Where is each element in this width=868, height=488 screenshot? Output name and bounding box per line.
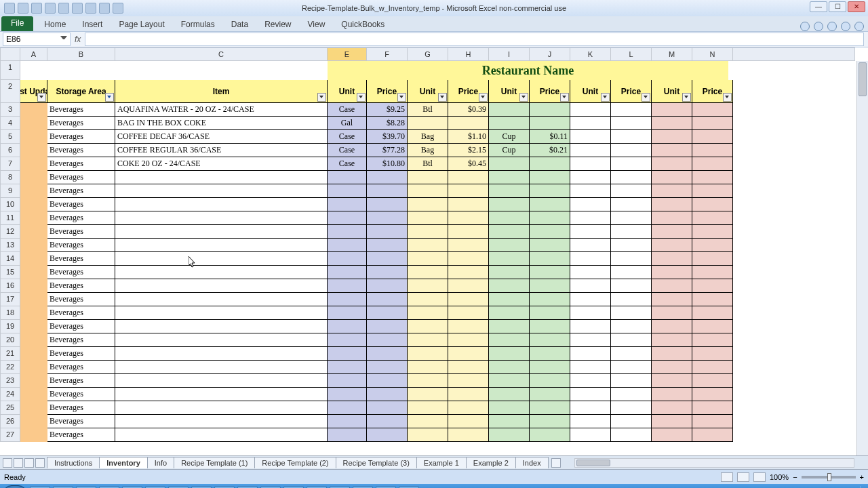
- cell[interactable]: [489, 211, 530, 225]
- filter-icon[interactable]: [601, 93, 610, 102]
- cell[interactable]: [692, 333, 733, 347]
- cell-blank[interactable]: [733, 333, 855, 347]
- cell[interactable]: [692, 184, 733, 198]
- column-header-H[interactable]: H: [448, 47, 489, 61]
- cell-last-update[interactable]: [20, 428, 47, 442]
- cell[interactable]: [448, 374, 489, 388]
- cell-last-update[interactable]: [20, 144, 47, 157]
- cell[interactable]: [328, 388, 367, 401]
- sheet-tab-recipe-template--3-[interactable]: Recipe Template (3): [336, 457, 417, 468]
- cell[interactable]: [408, 171, 448, 184]
- cell[interactable]: [328, 279, 367, 293]
- cell-blank[interactable]: [733, 184, 855, 198]
- filter-icon[interactable]: [105, 93, 114, 102]
- cell[interactable]: $77.28: [367, 144, 408, 157]
- cell[interactable]: [328, 401, 367, 415]
- cell[interactable]: [530, 225, 570, 239]
- cell[interactable]: [115, 306, 328, 320]
- cell-blank[interactable]: [733, 157, 855, 171]
- cell[interactable]: [489, 184, 530, 198]
- cell[interactable]: Beverages: [47, 266, 115, 279]
- cell[interactable]: $0.45: [448, 157, 489, 171]
- cell-blank[interactable]: [728, 61, 850, 80]
- cell[interactable]: [530, 117, 570, 130]
- row-header-20[interactable]: 20: [0, 333, 20, 347]
- cell[interactable]: [489, 279, 530, 293]
- cell[interactable]: [489, 157, 530, 171]
- filter-icon[interactable]: [357, 93, 366, 102]
- cell-blank[interactable]: [733, 266, 855, 279]
- row-header-2[interactable]: 2: [0, 80, 20, 103]
- header-unit[interactable]: Unit: [652, 80, 692, 103]
- cell[interactable]: [530, 306, 570, 320]
- sheet-tab-recipe-template--1-[interactable]: Recipe Template (1): [174, 457, 255, 468]
- cell[interactable]: [408, 279, 448, 293]
- column-header-B[interactable]: B: [47, 47, 115, 61]
- chevron-down-icon[interactable]: [60, 36, 67, 43]
- cell[interactable]: [611, 401, 652, 415]
- cell[interactable]: [115, 225, 328, 239]
- ribbon-tab-quickbooks[interactable]: QuickBooks: [333, 18, 393, 31]
- cell[interactable]: [611, 415, 652, 428]
- cell[interactable]: [489, 401, 530, 415]
- cell[interactable]: [448, 198, 489, 211]
- cell[interactable]: [530, 388, 570, 401]
- cell-last-update[interactable]: [20, 279, 47, 293]
- cell[interactable]: $9.25: [367, 103, 408, 117]
- zoom-slider[interactable]: [802, 476, 856, 479]
- cell[interactable]: [652, 252, 692, 266]
- cell[interactable]: [530, 279, 570, 293]
- header-unit[interactable]: Unit: [328, 80, 367, 103]
- cell[interactable]: [652, 103, 692, 117]
- cell[interactable]: [328, 320, 367, 333]
- cell-blank[interactable]: [733, 117, 855, 130]
- cell[interactable]: Beverages: [47, 401, 115, 415]
- column-header-C[interactable]: C: [115, 47, 328, 61]
- cell[interactable]: [530, 401, 570, 415]
- name-box[interactable]: E86: [3, 33, 71, 46]
- cell[interactable]: $0.11: [530, 130, 570, 144]
- cell-blank[interactable]: [733, 293, 855, 306]
- cell-blank[interactable]: [733, 239, 855, 252]
- cell[interactable]: [692, 279, 733, 293]
- cell[interactable]: [570, 211, 611, 225]
- horizontal-scrollbar[interactable]: [574, 458, 854, 468]
- cell[interactable]: [611, 361, 652, 374]
- cell[interactable]: [530, 252, 570, 266]
- cell[interactable]: [367, 428, 408, 442]
- cell[interactable]: [611, 306, 652, 320]
- cell[interactable]: [652, 198, 692, 211]
- cell-blank[interactable]: [733, 347, 855, 361]
- row-header-16[interactable]: 16: [0, 279, 20, 293]
- cell[interactable]: [570, 415, 611, 428]
- cell-blank[interactable]: [733, 320, 855, 333]
- cell[interactable]: [328, 415, 367, 428]
- cell[interactable]: [652, 374, 692, 388]
- cell-last-update[interactable]: [20, 347, 47, 361]
- cell[interactable]: [367, 415, 408, 428]
- cell[interactable]: [570, 361, 611, 374]
- cell[interactable]: $8.28: [367, 117, 408, 130]
- row-header-1[interactable]: 1: [0, 61, 20, 80]
- cell[interactable]: [115, 374, 328, 388]
- cell[interactable]: Bag: [408, 144, 448, 157]
- filter-icon[interactable]: [682, 93, 691, 102]
- cell-blank[interactable]: [733, 144, 855, 157]
- cell-blank[interactable]: [733, 374, 855, 388]
- cell[interactable]: Beverages: [47, 157, 115, 171]
- cell[interactable]: [115, 239, 328, 252]
- cell[interactable]: [408, 401, 448, 415]
- cell[interactable]: [448, 347, 489, 361]
- qat-icon[interactable]: [99, 3, 110, 14]
- cell[interactable]: [115, 293, 328, 306]
- cell-last-update[interactable]: [20, 333, 47, 347]
- new-sheet-button[interactable]: [551, 458, 561, 468]
- cell[interactable]: [448, 252, 489, 266]
- cell[interactable]: [367, 293, 408, 306]
- cell[interactable]: Beverages: [47, 239, 115, 252]
- cell[interactable]: [489, 320, 530, 333]
- qat-icon[interactable]: [85, 3, 96, 14]
- row-header-4[interactable]: 4: [0, 117, 20, 130]
- cell-last-update[interactable]: [20, 266, 47, 279]
- cell[interactable]: [408, 320, 448, 333]
